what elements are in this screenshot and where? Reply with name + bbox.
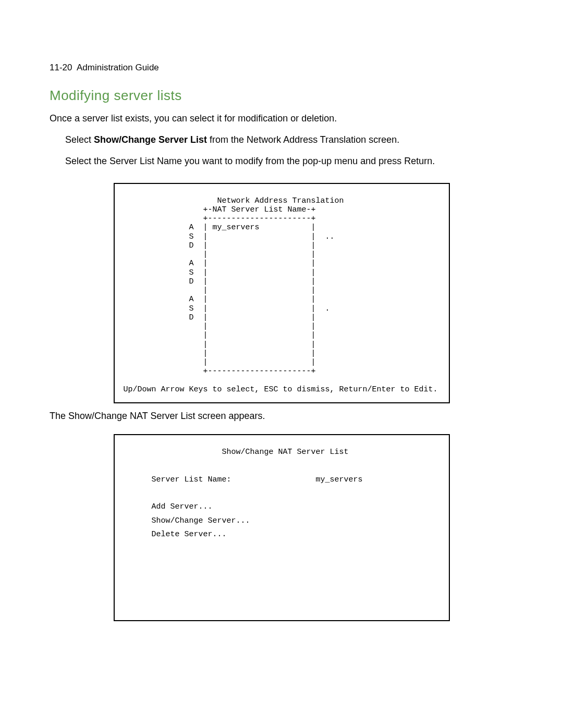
section-heading: Modifying server lists [50,88,513,104]
page-header: 11-20 Administration Guide [50,63,513,73]
intro-paragraph: Once a server list exists, you can selec… [50,112,513,125]
step-1: Select Show/Change Server List from the … [65,133,513,146]
step1-pre: Select [65,134,94,145]
step1-post: from the Network Address Translation scr… [207,134,399,145]
page-number: 11-20 [50,63,72,72]
step1-command: Show/Change Server List [94,134,207,145]
terminal-screen-2: Show/Change NAT Server List Server List … [114,434,450,621]
step-2: Select the Server List Name you want to … [65,155,513,168]
doc-title: Administration Guide [77,63,159,72]
after-box1-text: The Show/Change NAT Server List screen a… [50,410,513,423]
document-page: 11-20 Administration Guide Modifying ser… [0,0,563,652]
terminal-screen-1: Network Address Translation +-NAT Server… [114,183,450,404]
